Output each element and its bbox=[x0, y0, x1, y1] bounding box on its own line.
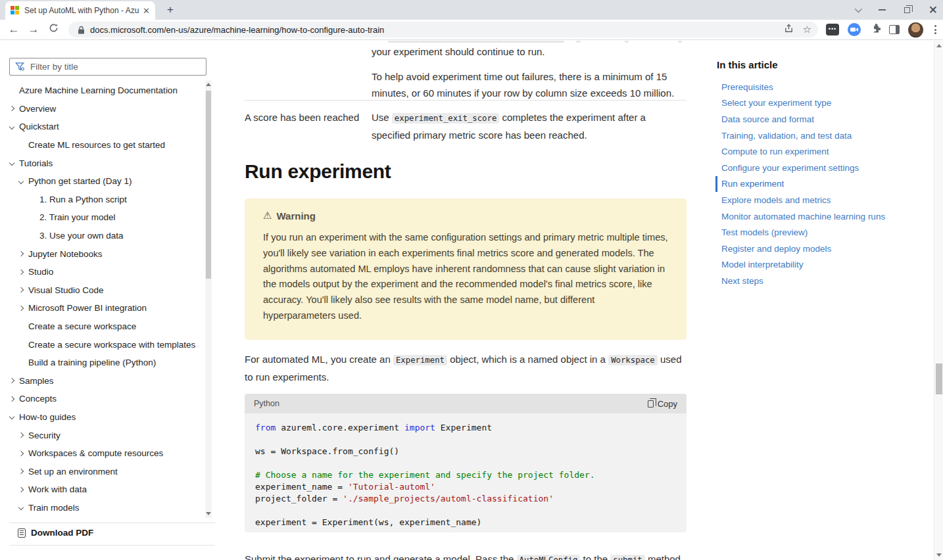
sidebar-item[interactable]: Create a secure workspace bbox=[0, 317, 206, 336]
toc-link[interactable]: Compute to run experiment bbox=[715, 143, 932, 160]
toc-link[interactable]: Run experiment bbox=[715, 176, 932, 193]
chevron-down-icon[interactable] bbox=[9, 414, 14, 419]
chevron-down-icon[interactable] bbox=[18, 505, 24, 510]
chevron-down-icon[interactable] bbox=[18, 179, 24, 184]
code-line bbox=[255, 457, 676, 469]
back-button[interactable]: ← bbox=[4, 23, 24, 36]
tab-close-icon[interactable]: ✕ bbox=[143, 6, 150, 16]
code-block: Python Copy from azureml.core.experiment… bbox=[245, 394, 687, 532]
sidebar-item[interactable]: Create ML resources to get started bbox=[0, 136, 206, 154]
sidebar-item[interactable]: 2. Train your model bbox=[0, 208, 206, 227]
toc-link[interactable]: Configure your experiment settings bbox=[715, 160, 932, 176]
toc-link[interactable]: Prerequisites bbox=[715, 79, 932, 95]
sidebar-item-label: How-to guides bbox=[19, 412, 76, 422]
toc-link[interactable]: Data source and format bbox=[715, 111, 932, 128]
sidebar-item[interactable]: 1. Run a Python script bbox=[0, 191, 206, 209]
sidebar-item-label: Python get started (Day 1) bbox=[28, 176, 132, 186]
sidebar-item[interactable]: Concepts bbox=[0, 390, 206, 408]
sidebar-item[interactable]: Jupyter Notebooks bbox=[0, 245, 206, 263]
page-scrollbar[interactable] bbox=[934, 41, 943, 560]
restore-button[interactable] bbox=[904, 7, 910, 13]
sidebar-item-label: Concepts bbox=[19, 394, 57, 404]
toc-link[interactable]: Register and deploy models bbox=[715, 241, 932, 257]
video-extension-icon[interactable] bbox=[848, 23, 861, 36]
profile-avatar[interactable] bbox=[908, 22, 923, 37]
address-bar[interactable]: docs.microsoft.com/en-us/azure/machine-l… bbox=[68, 22, 818, 37]
sidebar-item[interactable]: Studio bbox=[0, 263, 206, 281]
reading-list-extension-icon[interactable]: ••• bbox=[826, 24, 839, 35]
code-content[interactable]: from azureml.core.experiment import Expe… bbox=[245, 413, 687, 532]
reload-button[interactable] bbox=[43, 23, 63, 36]
chevron-right-icon[interactable] bbox=[9, 106, 14, 111]
chevron-right-icon[interactable] bbox=[18, 287, 24, 292]
extension-area: ••• bbox=[826, 22, 939, 37]
browser-menu-icon[interactable] bbox=[932, 25, 939, 34]
chevron-right-icon[interactable] bbox=[18, 306, 24, 311]
toc-link[interactable]: Training, validation, and test data bbox=[715, 128, 932, 144]
extensions-puzzle-icon[interactable] bbox=[869, 23, 881, 37]
page-scroll-thumb[interactable] bbox=[936, 363, 942, 394]
sidebar-item-label: Set up an environment bbox=[28, 467, 118, 477]
sidebar-item[interactable]: How-to guides bbox=[0, 408, 206, 427]
toc-link[interactable]: Model interpretability bbox=[715, 257, 932, 273]
chevron-right-icon[interactable] bbox=[18, 469, 24, 474]
bookmark-star-icon[interactable]: ☆ bbox=[803, 24, 811, 35]
sidebar-item[interactable]: Overview bbox=[0, 100, 206, 118]
code-language-label: Python bbox=[254, 399, 648, 408]
toc-link[interactable]: Test models (preview) bbox=[715, 224, 932, 241]
filter-input[interactable] bbox=[30, 62, 201, 72]
sidebar-item-label: Visual Studio Code bbox=[28, 285, 104, 295]
sidebar-item[interactable]: Microsoft Power BI integration bbox=[0, 299, 206, 317]
minimize-button[interactable] bbox=[879, 9, 886, 11]
chevron-right-icon[interactable] bbox=[18, 251, 24, 256]
chevron-down-icon[interactable] bbox=[9, 124, 14, 129]
chevron-right-icon[interactable] bbox=[18, 269, 24, 274]
tab-search-icon[interactable] bbox=[855, 5, 862, 12]
code-line bbox=[255, 434, 676, 446]
sidebar-item[interactable]: 3. Use your own data bbox=[0, 227, 206, 245]
pdf-document-icon bbox=[18, 528, 26, 538]
url-text[interactable]: docs.microsoft.com/en-us/azure/machine-l… bbox=[90, 25, 775, 35]
toc-link[interactable]: Select your experiment type bbox=[715, 95, 932, 112]
sidebar-item[interactable]: Build a training pipeline (Python) bbox=[0, 354, 206, 372]
sidebar-item[interactable]: Quickstart bbox=[0, 118, 206, 136]
microsoft-logo-icon bbox=[11, 6, 20, 15]
clipped-fragment bbox=[625, 41, 629, 43]
sidebar-item[interactable]: Security bbox=[0, 426, 206, 444]
scroll-down-icon[interactable] bbox=[936, 553, 942, 557]
sidebar-item[interactable]: Workspaces & compute resources bbox=[0, 444, 206, 463]
chevron-right-icon[interactable] bbox=[9, 396, 14, 402]
sidebar-item[interactable]: Set up an environment bbox=[0, 462, 206, 480]
sidebar-item[interactable]: Azure Machine Learning Documentation bbox=[0, 82, 206, 100]
scroll-down-icon[interactable] bbox=[206, 512, 211, 515]
sidebar-item[interactable]: Train models bbox=[0, 499, 206, 517]
scroll-up-icon[interactable] bbox=[206, 83, 211, 86]
download-pdf-button[interactable]: Download PDF bbox=[18, 528, 93, 538]
copy-button[interactable]: Copy bbox=[648, 399, 677, 409]
share-icon[interactable] bbox=[784, 24, 794, 36]
sidebar-item[interactable]: Create a secure workspace with templates bbox=[0, 335, 206, 354]
toc-link[interactable]: Monitor automated machine learning runs bbox=[715, 208, 932, 225]
toc-link[interactable]: Next steps bbox=[715, 273, 932, 289]
toc-link[interactable]: Explore models and metrics bbox=[715, 192, 932, 208]
sidebar-scrollbar[interactable] bbox=[205, 80, 212, 518]
divider bbox=[9, 545, 215, 546]
forward-button[interactable]: → bbox=[24, 23, 43, 36]
sidebar-item[interactable]: Python get started (Day 1) bbox=[0, 172, 206, 191]
sidebar-scroll-thumb[interactable] bbox=[206, 91, 211, 279]
chevron-right-icon[interactable] bbox=[18, 487, 24, 492]
browser-tab[interactable]: Set up AutoML with Python - Azu ✕ bbox=[5, 1, 155, 20]
chevron-right-icon[interactable] bbox=[18, 450, 24, 455]
sidebar-item[interactable]: Tutorials bbox=[0, 154, 206, 172]
chevron-down-icon[interactable] bbox=[9, 160, 14, 166]
side-panel-icon[interactable] bbox=[889, 25, 900, 34]
chevron-right-icon[interactable] bbox=[18, 432, 24, 438]
filter-box[interactable] bbox=[9, 58, 206, 76]
window-close-button[interactable]: ✕ bbox=[929, 5, 938, 16]
scroll-up-icon[interactable] bbox=[936, 44, 942, 47]
chevron-right-icon[interactable] bbox=[9, 378, 14, 383]
sidebar-item[interactable]: Samples bbox=[0, 372, 206, 390]
sidebar-item[interactable]: Visual Studio Code bbox=[0, 281, 206, 300]
new-tab-button[interactable]: + bbox=[163, 3, 178, 18]
sidebar-item[interactable]: Work with data bbox=[0, 480, 206, 499]
